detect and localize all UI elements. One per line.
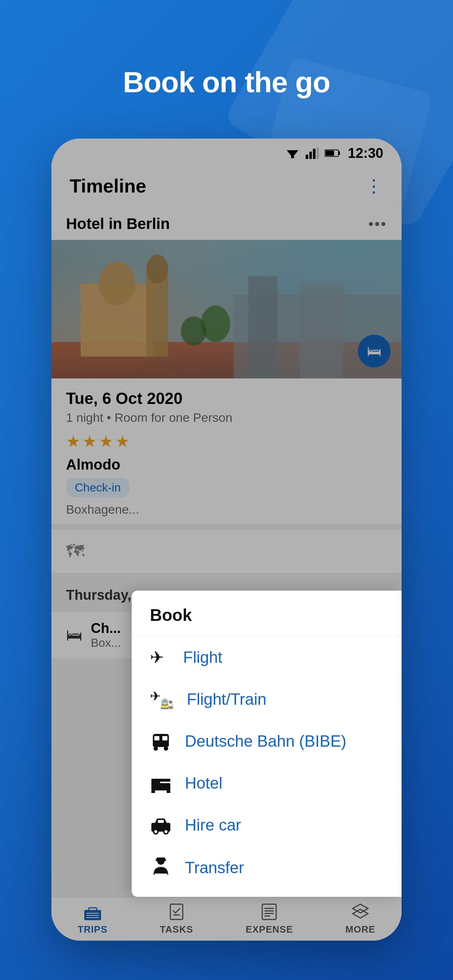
svg-text:🚉: 🚉 [160,698,174,709]
transfer-label: Transfer [185,859,244,877]
svg-rect-32 [167,791,170,793]
svg-point-36 [154,830,157,833]
book-transfer-item[interactable]: Transfer [132,846,402,889]
book-bahn-item[interactable]: Deutsche Bahn (BIBE) [132,720,402,762]
train-icon [150,731,172,751]
flight-icon: ✈ [150,647,170,667]
book-flight-item[interactable]: ✈ Flight [132,636,402,678]
svg-point-26 [153,746,158,751]
flight-train-label: Flight/Train [187,690,266,708]
svg-text:✈: ✈ [150,648,164,667]
car-icon [150,815,172,835]
hotel-icon [150,773,172,793]
svg-rect-38 [158,820,164,823]
svg-rect-24 [162,736,167,740]
page-tagline: Book on the go [0,65,453,99]
transfer-icon [150,857,172,879]
svg-rect-30 [152,779,170,782]
svg-rect-23 [154,736,160,740]
phone-frame: 12:30 Timeline ⋮ Hotel in Berlin ••• [51,138,402,940]
book-modal: Book ✈ Flight ✈ 🚉 Flight/Train [132,590,402,897]
flight-label: Flight [183,648,222,667]
svg-rect-42 [154,873,167,879]
flight-train-icon: ✈ 🚉 [150,689,174,709]
svg-rect-31 [152,791,155,793]
book-modal-title: Book [132,605,402,636]
book-hire-car-item[interactable]: Hire car [132,804,402,846]
svg-point-27 [164,746,168,751]
svg-rect-25 [153,744,169,746]
book-hotel-item[interactable]: Hotel [132,762,402,804]
svg-text:✈: ✈ [150,689,161,704]
bahn-label: Deutsche Bahn (BIBE) [185,732,346,750]
book-flight-train-item[interactable]: ✈ 🚉 Flight/Train [132,678,402,720]
svg-rect-41 [156,858,165,860]
hire-car-label: Hire car [185,816,241,834]
hotel-label: Hotel [185,774,222,792]
svg-point-37 [164,830,167,833]
